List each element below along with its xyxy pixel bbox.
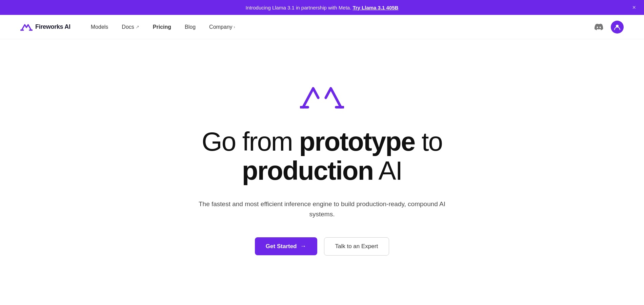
logo-text: Fireworks AI [35, 23, 71, 30]
nav-item-models[interactable]: Models [91, 24, 108, 30]
logo-icon [20, 23, 33, 31]
nav-item-company[interactable]: Company › [209, 24, 235, 30]
chevron-down-icon: › [234, 25, 235, 29]
nav-links: Models Docs ↗ Pricing Blog Company › [91, 24, 592, 30]
hero-subtitle: The fastest and most efficient inference… [197, 199, 447, 220]
external-link-icon: ↗ [136, 24, 139, 29]
navbar: Fireworks AI Models Docs ↗ Pricing Blog … [0, 15, 644, 39]
nav-item-docs[interactable]: Docs ↗ [122, 24, 139, 30]
talk-to-expert-button[interactable]: Talk to an Expert [324, 237, 389, 256]
banner-link[interactable]: Try Llama 3.1 405B [353, 5, 398, 10]
discord-button[interactable] [592, 21, 605, 34]
hero-cta-group: Get Started → Talk to an Expert [255, 237, 389, 256]
user-avatar-button[interactable] [611, 21, 624, 34]
logo-link[interactable]: Fireworks AI [20, 23, 71, 31]
get-started-button[interactable]: Get Started → [255, 237, 317, 255]
nav-right [592, 21, 624, 34]
nav-item-pricing[interactable]: Pricing [153, 24, 171, 30]
hero-section: Go from prototype to production AI The f… [0, 39, 644, 305]
nav-item-blog[interactable]: Blog [185, 24, 196, 30]
hero-title: Go from prototype to production AI [169, 127, 475, 186]
banner-close-button[interactable]: × [632, 4, 636, 11]
banner-text: Introducing Llama 3.1 in partnership wit… [246, 5, 351, 10]
announcement-banner: Introducing Llama 3.1 in partnership wit… [0, 0, 644, 15]
arrow-icon: → [300, 243, 306, 250]
hero-logo [300, 82, 344, 114]
